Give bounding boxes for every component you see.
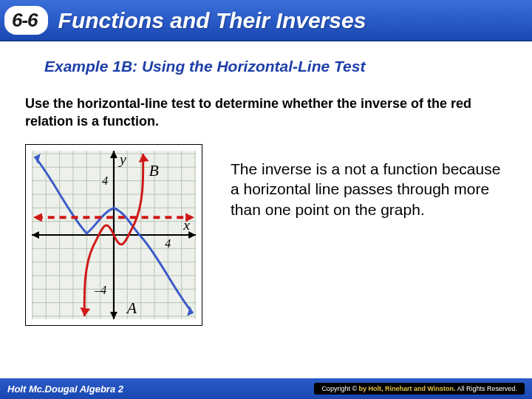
svg-marker-37	[33, 213, 42, 222]
curve-a-label: A	[126, 299, 137, 317]
y-axis-label: y	[118, 151, 126, 167]
svg-marker-35	[139, 154, 149, 163]
svg-marker-30	[110, 151, 117, 158]
graph-svg: 4 4 –4 y x B A	[32, 151, 196, 319]
tick-y-4: 4	[102, 174, 108, 186]
graph-figure: 4 4 –4 y x B A	[25, 144, 202, 326]
instruction-text: Use the horizontal-line test to determin…	[25, 95, 497, 131]
explanation-text: The inverse is a not a function because …	[223, 144, 510, 326]
copyright-brand: by Holt, Rinehart and Winston.	[359, 385, 456, 392]
book-title: Holt Mc.Dougal Algebra 2	[7, 383, 123, 395]
tick-x-4: 4	[165, 236, 171, 249]
example-heading: Example 1B: Using the Horizontal-Line Te…	[44, 58, 532, 75]
svg-marker-31	[110, 312, 117, 319]
copyright-prefix: Copyright ©	[321, 385, 358, 392]
header-bar: 6-6 Functions and Their Inverses	[0, 0, 532, 41]
curve-b-label: B	[149, 161, 159, 179]
page-title: Functions and Their Inverses	[58, 8, 366, 33]
content-row: 4 4 –4 y x B A The inverse is a not a fu…	[25, 144, 510, 326]
svg-marker-29	[32, 231, 39, 239]
svg-marker-34	[80, 307, 90, 316]
tick-y-neg4: –4	[94, 284, 106, 296]
copyright-badge: Copyright © by Holt, Rinehart and Winsto…	[314, 383, 525, 395]
svg-marker-38	[185, 213, 194, 222]
copyright-suffix: All Rights Reserved.	[455, 385, 517, 392]
footer-bar: Holt Mc.Dougal Algebra 2 Copyright © by …	[0, 378, 532, 399]
section-badge: 6-6	[4, 6, 48, 35]
